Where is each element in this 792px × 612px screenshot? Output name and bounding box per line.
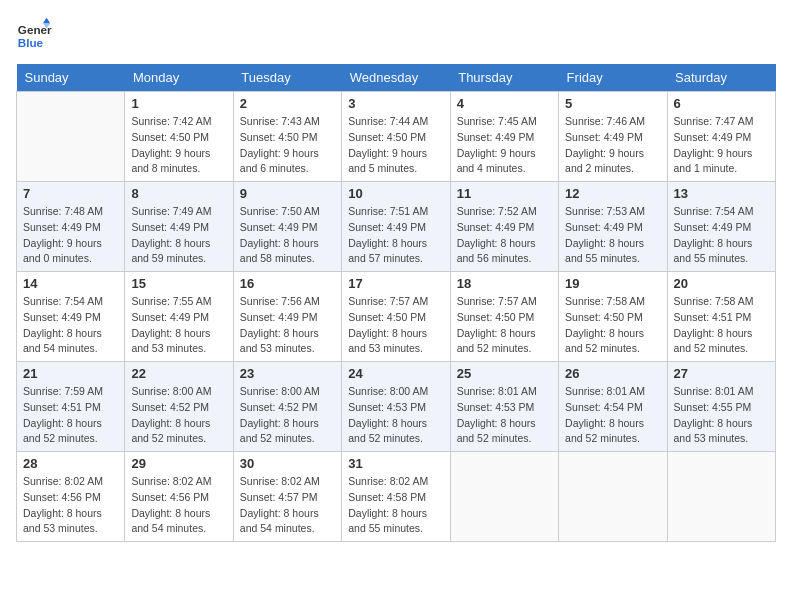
day-number: 3 (348, 96, 443, 111)
day-info: Sunrise: 7:45 AMSunset: 4:49 PMDaylight:… (457, 114, 552, 177)
day-info: Sunrise: 8:02 AMSunset: 4:57 PMDaylight:… (240, 474, 335, 537)
day-number: 4 (457, 96, 552, 111)
calendar-cell: 13 Sunrise: 7:54 AMSunset: 4:49 PMDaylig… (667, 182, 775, 272)
day-info: Sunrise: 7:46 AMSunset: 4:49 PMDaylight:… (565, 114, 660, 177)
page-header: General Blue (16, 16, 776, 52)
calendar-week-4: 21 Sunrise: 7:59 AMSunset: 4:51 PMDaylig… (17, 362, 776, 452)
day-number: 12 (565, 186, 660, 201)
calendar-cell: 7 Sunrise: 7:48 AMSunset: 4:49 PMDayligh… (17, 182, 125, 272)
calendar-cell: 8 Sunrise: 7:49 AMSunset: 4:49 PMDayligh… (125, 182, 233, 272)
calendar-cell: 22 Sunrise: 8:00 AMSunset: 4:52 PMDaylig… (125, 362, 233, 452)
day-number: 24 (348, 366, 443, 381)
calendar-cell: 18 Sunrise: 7:57 AMSunset: 4:50 PMDaylig… (450, 272, 558, 362)
day-number: 5 (565, 96, 660, 111)
calendar-cell: 27 Sunrise: 8:01 AMSunset: 4:55 PMDaylig… (667, 362, 775, 452)
calendar-cell: 16 Sunrise: 7:56 AMSunset: 4:49 PMDaylig… (233, 272, 341, 362)
calendar-cell: 17 Sunrise: 7:57 AMSunset: 4:50 PMDaylig… (342, 272, 450, 362)
day-info: Sunrise: 7:44 AMSunset: 4:50 PMDaylight:… (348, 114, 443, 177)
day-info: Sunrise: 7:58 AMSunset: 4:51 PMDaylight:… (674, 294, 769, 357)
day-number: 18 (457, 276, 552, 291)
day-number: 29 (131, 456, 226, 471)
day-number: 14 (23, 276, 118, 291)
day-number: 1 (131, 96, 226, 111)
calendar-cell (667, 452, 775, 542)
calendar-cell: 6 Sunrise: 7:47 AMSunset: 4:49 PMDayligh… (667, 92, 775, 182)
day-number: 17 (348, 276, 443, 291)
day-number: 7 (23, 186, 118, 201)
calendar-week-2: 7 Sunrise: 7:48 AMSunset: 4:49 PMDayligh… (17, 182, 776, 272)
day-info: Sunrise: 7:53 AMSunset: 4:49 PMDaylight:… (565, 204, 660, 267)
day-info: Sunrise: 8:00 AMSunset: 4:52 PMDaylight:… (240, 384, 335, 447)
calendar-cell: 26 Sunrise: 8:01 AMSunset: 4:54 PMDaylig… (559, 362, 667, 452)
calendar-week-3: 14 Sunrise: 7:54 AMSunset: 4:49 PMDaylig… (17, 272, 776, 362)
calendar-cell: 12 Sunrise: 7:53 AMSunset: 4:49 PMDaylig… (559, 182, 667, 272)
calendar-cell: 31 Sunrise: 8:02 AMSunset: 4:58 PMDaylig… (342, 452, 450, 542)
calendar-cell (17, 92, 125, 182)
logo: General Blue (16, 16, 52, 52)
day-number: 13 (674, 186, 769, 201)
calendar-cell: 14 Sunrise: 7:54 AMSunset: 4:49 PMDaylig… (17, 272, 125, 362)
day-number: 10 (348, 186, 443, 201)
day-info: Sunrise: 8:00 AMSunset: 4:53 PMDaylight:… (348, 384, 443, 447)
calendar-cell: 15 Sunrise: 7:55 AMSunset: 4:49 PMDaylig… (125, 272, 233, 362)
day-number: 15 (131, 276, 226, 291)
day-info: Sunrise: 8:02 AMSunset: 4:56 PMDaylight:… (131, 474, 226, 537)
day-number: 2 (240, 96, 335, 111)
day-number: 25 (457, 366, 552, 381)
day-number: 22 (131, 366, 226, 381)
day-info: Sunrise: 7:59 AMSunset: 4:51 PMDaylight:… (23, 384, 118, 447)
day-number: 23 (240, 366, 335, 381)
day-number: 21 (23, 366, 118, 381)
svg-text:Blue: Blue (18, 36, 44, 49)
calendar-table: SundayMondayTuesdayWednesdayThursdayFrid… (16, 64, 776, 542)
day-number: 27 (674, 366, 769, 381)
day-info: Sunrise: 7:56 AMSunset: 4:49 PMDaylight:… (240, 294, 335, 357)
svg-marker-2 (43, 18, 50, 23)
day-number: 9 (240, 186, 335, 201)
day-info: Sunrise: 7:57 AMSunset: 4:50 PMDaylight:… (348, 294, 443, 357)
calendar-cell: 29 Sunrise: 8:02 AMSunset: 4:56 PMDaylig… (125, 452, 233, 542)
day-number: 19 (565, 276, 660, 291)
day-number: 6 (674, 96, 769, 111)
day-header-friday: Friday (559, 64, 667, 92)
calendar-cell: 23 Sunrise: 8:00 AMSunset: 4:52 PMDaylig… (233, 362, 341, 452)
calendar-cell (559, 452, 667, 542)
calendar-week-5: 28 Sunrise: 8:02 AMSunset: 4:56 PMDaylig… (17, 452, 776, 542)
calendar-cell: 10 Sunrise: 7:51 AMSunset: 4:49 PMDaylig… (342, 182, 450, 272)
day-info: Sunrise: 7:55 AMSunset: 4:49 PMDaylight:… (131, 294, 226, 357)
calendar-cell: 25 Sunrise: 8:01 AMSunset: 4:53 PMDaylig… (450, 362, 558, 452)
calendar-cell: 1 Sunrise: 7:42 AMSunset: 4:50 PMDayligh… (125, 92, 233, 182)
day-number: 31 (348, 456, 443, 471)
day-number: 28 (23, 456, 118, 471)
day-info: Sunrise: 7:43 AMSunset: 4:50 PMDaylight:… (240, 114, 335, 177)
day-info: Sunrise: 7:54 AMSunset: 4:49 PMDaylight:… (674, 204, 769, 267)
day-number: 16 (240, 276, 335, 291)
day-info: Sunrise: 8:01 AMSunset: 4:54 PMDaylight:… (565, 384, 660, 447)
day-header-tuesday: Tuesday (233, 64, 341, 92)
day-header-monday: Monday (125, 64, 233, 92)
day-info: Sunrise: 7:47 AMSunset: 4:49 PMDaylight:… (674, 114, 769, 177)
day-info: Sunrise: 8:02 AMSunset: 4:58 PMDaylight:… (348, 474, 443, 537)
day-number: 26 (565, 366, 660, 381)
day-number: 30 (240, 456, 335, 471)
calendar-cell: 28 Sunrise: 8:02 AMSunset: 4:56 PMDaylig… (17, 452, 125, 542)
calendar-cell: 19 Sunrise: 7:58 AMSunset: 4:50 PMDaylig… (559, 272, 667, 362)
calendar-cell: 2 Sunrise: 7:43 AMSunset: 4:50 PMDayligh… (233, 92, 341, 182)
logo-icon: General Blue (16, 16, 52, 52)
day-number: 20 (674, 276, 769, 291)
day-info: Sunrise: 8:02 AMSunset: 4:56 PMDaylight:… (23, 474, 118, 537)
day-info: Sunrise: 8:01 AMSunset: 4:55 PMDaylight:… (674, 384, 769, 447)
day-number: 8 (131, 186, 226, 201)
day-header-thursday: Thursday (450, 64, 558, 92)
day-info: Sunrise: 7:52 AMSunset: 4:49 PMDaylight:… (457, 204, 552, 267)
calendar-header-row: SundayMondayTuesdayWednesdayThursdayFrid… (17, 64, 776, 92)
day-info: Sunrise: 7:49 AMSunset: 4:49 PMDaylight:… (131, 204, 226, 267)
calendar-cell: 21 Sunrise: 7:59 AMSunset: 4:51 PMDaylig… (17, 362, 125, 452)
day-header-sunday: Sunday (17, 64, 125, 92)
day-info: Sunrise: 7:54 AMSunset: 4:49 PMDaylight:… (23, 294, 118, 357)
calendar-cell: 30 Sunrise: 8:02 AMSunset: 4:57 PMDaylig… (233, 452, 341, 542)
calendar-cell: 11 Sunrise: 7:52 AMSunset: 4:49 PMDaylig… (450, 182, 558, 272)
day-info: Sunrise: 7:42 AMSunset: 4:50 PMDaylight:… (131, 114, 226, 177)
day-info: Sunrise: 7:51 AMSunset: 4:49 PMDaylight:… (348, 204, 443, 267)
day-info: Sunrise: 7:58 AMSunset: 4:50 PMDaylight:… (565, 294, 660, 357)
